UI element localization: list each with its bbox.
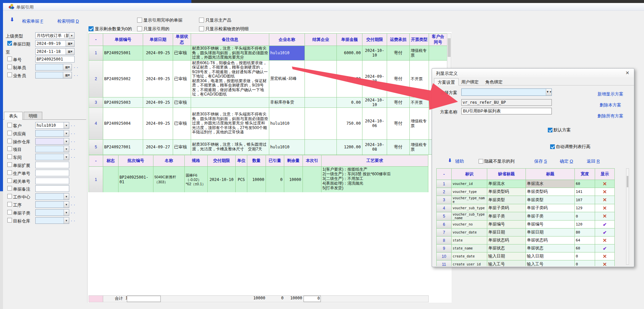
cell-visible[interactable]	[595, 229, 615, 236]
cell-visible[interactable]	[595, 252, 615, 260]
dropdown-button[interactable]	[64, 146, 69, 152]
column-config-row[interactable]: 10 create_date 输入日期 输入日期 0	[437, 252, 615, 260]
cell-visible[interactable]	[595, 196, 615, 204]
row-number[interactable]: 10	[437, 252, 452, 260]
field-control[interactable]	[35, 146, 69, 152]
field-checkbox[interactable]	[7, 218, 12, 223]
cell-doc-date[interactable]: 2024-09-25	[143, 107, 173, 139]
field-checkbox[interactable]	[7, 162, 12, 167]
visibility-mark-icon[interactable]	[596, 189, 613, 195]
cell-amount[interactable]: 180.00	[337, 60, 362, 97]
cell-doc-state[interactable]: 已审核	[173, 97, 191, 107]
column-header[interactable]: 数量	[247, 155, 266, 167]
cell-default-title[interactable]: 单据编号	[487, 221, 526, 229]
checkbox-hide-hidden-columns[interactable]: 隐藏不显示的列	[479, 158, 515, 164]
field-checkbox[interactable]	[7, 57, 12, 61]
field-control[interactable]	[35, 185, 69, 192]
cell-default-title[interactable]: 单据状态	[487, 244, 526, 252]
cell-visible[interactable]	[595, 180, 615, 188]
cell-settle-company[interactable]	[305, 46, 337, 61]
dropdown-button[interactable]	[63, 64, 72, 70]
cell-invoice-type[interactable]: 增值税专票	[410, 139, 429, 154]
row-number[interactable]: 1	[89, 167, 103, 193]
cell-width[interactable]: 0	[575, 252, 595, 260]
scrollbar-thumb[interactable]	[448, 38, 451, 57]
dropdown-button[interactable]	[64, 202, 69, 208]
field-control[interactable]	[35, 178, 69, 184]
cell-remain-qty[interactable]: 10000	[284, 167, 303, 193]
field-control[interactable]	[35, 130, 69, 137]
column-header[interactable]: 缺省标题	[487, 169, 526, 180]
column-config-row[interactable]: 5 voucher_sub_type_name 单据子类 单据子类 0	[437, 212, 615, 221]
checkbox-icon[interactable]	[550, 144, 555, 149]
cell-invoice-type[interactable]: 增值税专票	[410, 46, 429, 61]
cell-remark[interactable]: 材质303不锈钢，注意：平头端面不得有尖角，圆头球面与斜面，斜面与直面必须圆滑过…	[191, 107, 269, 139]
row-number[interactable]: 1	[89, 46, 103, 61]
cell-title[interactable]: 单据类型码	[526, 188, 575, 196]
cell-amount[interactable]: 1200.00	[337, 139, 362, 154]
field-checkbox[interactable]	[7, 170, 12, 175]
visibility-mark-icon[interactable]	[596, 230, 613, 235]
dropdown-button[interactable]	[64, 194, 69, 200]
cell-default-title[interactable]: 单据日期	[487, 229, 526, 236]
column-header[interactable]: 单位	[236, 155, 247, 167]
detail-row[interactable]: 1 BP240925001-01 5049C新推杆（303） 圆棒F6（-0.0…	[89, 167, 428, 193]
checkbox-show-zero-qty[interactable]: 显示剩余数量为0的	[89, 26, 132, 32]
cell-visible[interactable]	[595, 236, 615, 244]
cell-title[interactable]: 单据类型	[526, 196, 575, 204]
cell-deliver-date[interactable]: 2024-10-10	[362, 46, 387, 61]
cell-invoice-type[interactable]: 增值税专票	[410, 107, 429, 139]
visibility-mark-icon[interactable]	[596, 205, 613, 211]
cell-amount[interactable]: 750.00	[337, 107, 362, 139]
aux-arrow-icon[interactable]: ⬇	[448, 158, 452, 163]
dropdown-button[interactable]	[64, 154, 69, 160]
field-control[interactable]: BP240925001	[35, 56, 75, 63]
column-header[interactable]: 已引量	[266, 155, 284, 167]
cell-default-title[interactable]: 单据状态码	[487, 236, 526, 244]
cell-used-qty[interactable]: 0	[266, 167, 284, 193]
cell-visible[interactable]	[595, 188, 615, 196]
back-button[interactable]: 返回 R	[587, 158, 600, 164]
cell-spec[interactable]: 圆棒F6（-0.02）*62（±0.1）	[185, 167, 208, 193]
cell-visible[interactable]	[595, 260, 615, 266]
column-header[interactable]: 规格	[185, 155, 208, 167]
cell-freight[interactable]: 寄付	[387, 107, 410, 139]
column-header[interactable]: 客户合同号	[429, 34, 447, 46]
row-number[interactable]: 3	[437, 196, 452, 204]
cell-title[interactable]: 单据子类码	[526, 204, 575, 212]
cell-craft-requirements[interactable]: 1(客户要求)：按图纸生产 2(一级生产)：车间3禁 按款*600修审后 3(二…	[322, 167, 428, 193]
field-checkbox[interactable]	[7, 123, 12, 127]
dropdown-button[interactable]	[64, 138, 69, 144]
row-number[interactable]: 5	[89, 139, 103, 154]
field-control[interactable]	[35, 193, 69, 200]
dropdown-button[interactable]	[66, 49, 74, 55]
cell-title[interactable]: 单据日期	[526, 229, 575, 236]
field-control[interactable]	[35, 209, 69, 216]
column-header[interactable]: 剩余量	[284, 155, 303, 167]
column-config-row[interactable]: 8 state 单据状态码 单据状态码 64	[437, 236, 615, 244]
field-checkbox[interactable]	[7, 194, 12, 199]
visibility-mark-icon[interactable]	[596, 222, 613, 227]
cell-doc-state[interactable]: 已审核	[173, 107, 191, 139]
cell-invoice-type[interactable]: 不开票	[410, 60, 429, 97]
cell-field-id[interactable]: voucher_id	[452, 180, 487, 188]
more-button[interactable]: . .	[71, 194, 75, 198]
column-header[interactable]: -	[89, 155, 103, 167]
column-header[interactable]: 单据编号	[103, 34, 143, 46]
cell-width[interactable]: 60	[575, 180, 595, 188]
cell-doc-state[interactable]: 已审核	[173, 139, 191, 154]
column-header[interactable]: 标志	[103, 155, 118, 167]
visibility-mark-icon[interactable]	[596, 261, 613, 266]
visibility-mark-icon[interactable]	[596, 181, 613, 187]
more-button[interactable]: . .	[71, 146, 75, 151]
retrieve-doc-button[interactable]: 检索单据 F	[22, 18, 43, 24]
cell-freight[interactable]: 寄付	[387, 46, 410, 61]
ok-button[interactable]: 确定 O	[560, 158, 573, 164]
row-number[interactable]: 9	[437, 244, 452, 252]
visibility-mark-icon[interactable]	[596, 213, 613, 219]
dialog-titlebar[interactable]: 列显示定义 ✕	[432, 69, 634, 77]
column-header[interactable]: 结算企业	[305, 34, 337, 46]
row-number[interactable]: 3	[89, 97, 103, 107]
cell-width[interactable]: 0	[575, 260, 595, 266]
cell-default-title[interactable]: 单据子类	[487, 212, 526, 221]
